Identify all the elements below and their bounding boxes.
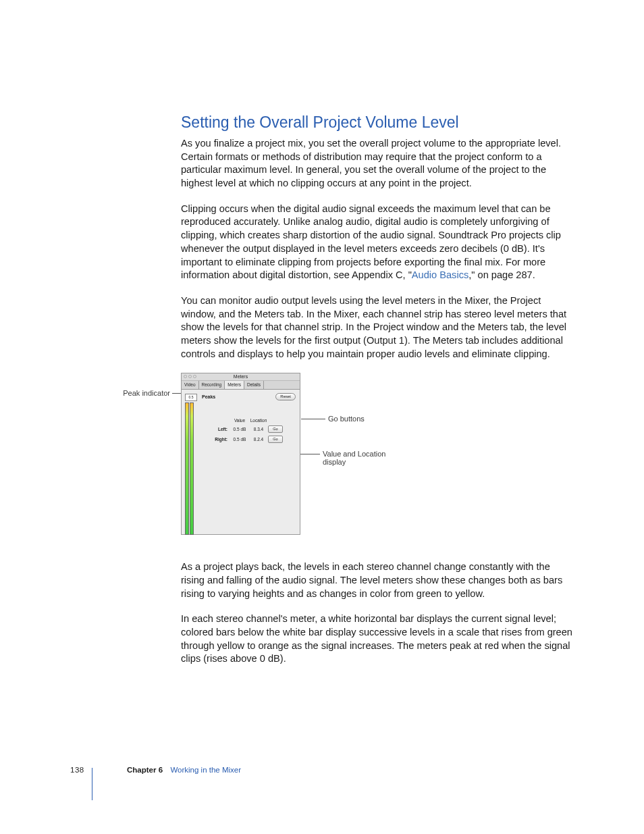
tab-recording[interactable]: Recording (199, 381, 225, 389)
meters-panel: Meters Video Recording Meters Details 0.… (181, 373, 300, 535)
zoom-icon[interactable] (193, 375, 196, 378)
chapter-label: Chapter 6 (127, 766, 163, 774)
row-left-label: Left: (210, 427, 230, 432)
meter-left (185, 402, 189, 535)
paragraph-playback: As a project plays back, the levels in e… (181, 561, 572, 600)
section-heading: Setting the Overall Project Volume Level (181, 113, 572, 132)
paragraph-clipping: Clipping occurs when the digital audio s… (181, 203, 572, 282)
meters-figure: Peak indicator Go buttons Value and Loca… (122, 373, 594, 548)
panel-title: Meters (234, 374, 248, 379)
tab-video[interactable]: Video (182, 381, 199, 389)
peaks-label: Peaks (202, 394, 215, 399)
row-right-location: 8.2.4 (249, 437, 268, 442)
window-controls[interactable] (184, 375, 196, 378)
paragraph-intro: As you finalize a project mix, you set t… (181, 137, 572, 190)
level-meters: 0.5 (185, 394, 197, 536)
page-footer: 138 Chapter 6 Working in the Mixer (70, 765, 241, 775)
paragraph-clipping-b: ," on page 287. (468, 269, 535, 280)
peaks-table: Value Location Left: 0.5 dB 8.3.4 Go Rig… (210, 418, 284, 443)
go-button-right[interactable]: Go (268, 436, 283, 443)
row-right-value: 0.5 dB (230, 437, 249, 442)
go-button-left[interactable]: Go (268, 425, 283, 433)
footer-rule (92, 768, 92, 800)
paragraph-monitor: You can monitor audio output levels usin… (181, 294, 572, 361)
callout-value-location: Value and Location display (323, 450, 397, 466)
minimize-icon[interactable] (188, 375, 192, 378)
chapter-title: Working in the Mixer (170, 766, 241, 774)
tab-details[interactable]: Details (244, 381, 264, 389)
callout-go-buttons: Go buttons (328, 415, 365, 423)
panel-titlebar: Meters (182, 373, 300, 381)
panel-tabs: Video Recording Meters Details (182, 381, 300, 390)
col-value: Value (230, 418, 249, 423)
page-number: 138 (70, 766, 84, 774)
meter-right (190, 402, 194, 535)
row-left-value: 0.5 dB (230, 427, 249, 432)
col-location: Location (249, 418, 268, 423)
close-icon[interactable] (184, 375, 187, 378)
peak-indicator-readout: 0.5 (185, 394, 197, 401)
paragraph-stereo-channel: In each stereo channel's meter, a white … (181, 613, 572, 666)
callout-peak-indicator: Peak indicator (116, 389, 170, 397)
row-left-location: 8.3.4 (249, 427, 268, 432)
row-right-label: Right: (210, 437, 230, 442)
reset-button[interactable]: Reset (275, 393, 296, 400)
audio-basics-link[interactable]: Audio Basics (412, 269, 468, 280)
tab-meters[interactable]: Meters (225, 381, 244, 389)
